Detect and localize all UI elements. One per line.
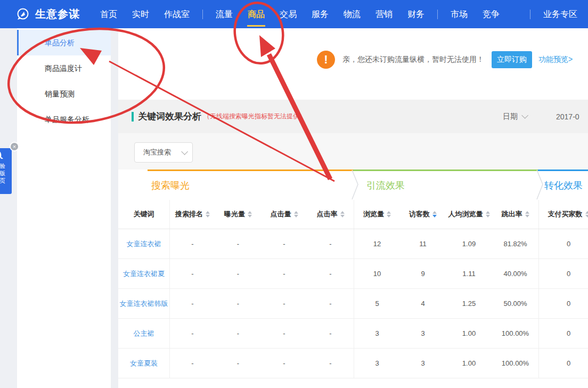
sort-icon[interactable] bbox=[340, 211, 345, 217]
notice-text: 亲，您还未订购流量纵横，暂时无法使用！ bbox=[342, 55, 484, 64]
nav-item-logistics[interactable]: 物流 bbox=[336, 0, 368, 28]
feature-preview-link[interactable]: 功能预览> bbox=[538, 55, 573, 64]
column-header-bounce-rate: 跳出率 bbox=[492, 200, 538, 229]
value-cell: 9 bbox=[400, 259, 446, 288]
value-cell: 5 bbox=[354, 289, 400, 318]
nav-item-goods[interactable]: 商品 bbox=[240, 0, 272, 28]
group-separator-chevron bbox=[536, 169, 544, 200]
value-cell: - bbox=[307, 289, 354, 318]
keyword-link[interactable]: 女童连衣裙韩版 bbox=[118, 289, 169, 318]
nav-item-traffic[interactable]: 流量 bbox=[208, 0, 240, 28]
sidebar: 单品分析 商品温度计 销量预测 单品服务分析 bbox=[17, 28, 111, 388]
brand[interactable]: 生意参谋 bbox=[16, 7, 80, 21]
main-content: ! 亲，您还未订购流量纵横，暂时无法使用！ 立即订购 功能预览> 关键词效果分析… bbox=[118, 28, 588, 388]
value-cell: - bbox=[169, 229, 215, 258]
top-navbar: 生意参谋 首页 实时 作战室 流量 商品 交易 服务 物流 营销 财务 市场 竞… bbox=[0, 0, 588, 28]
table-row: 女童连衣裙----12111.0981.82%0 bbox=[118, 229, 588, 259]
value-cell: 1.25 bbox=[446, 289, 492, 318]
sort-icon[interactable] bbox=[486, 211, 490, 217]
column-header-search-rank: 搜索排名 bbox=[169, 200, 215, 229]
keyword-link[interactable]: 女童夏装 bbox=[118, 349, 169, 378]
value-cell: - bbox=[215, 229, 261, 258]
section-note: （无线端搜索曝光指标暂无法提供） bbox=[203, 112, 306, 121]
sort-icon[interactable] bbox=[387, 211, 391, 217]
value-cell: 100.00% bbox=[492, 349, 538, 378]
sidebar-item-goods-thermometer[interactable]: 商品温度计 bbox=[17, 55, 111, 81]
nav-item-market[interactable]: 市场 bbox=[443, 0, 475, 28]
page: 生意参谋 首页 实时 作战室 流量 商品 交易 服务 物流 营销 财务 市场 竞… bbox=[0, 0, 588, 388]
nav-item-realtime[interactable]: 实时 bbox=[125, 0, 157, 28]
column-header-paying-buyers: 支付买家数 bbox=[538, 200, 588, 229]
sort-icon[interactable] bbox=[585, 211, 588, 217]
value-cell: 81.82% bbox=[492, 229, 538, 258]
value-cell: 3 bbox=[354, 319, 400, 348]
order-now-button[interactable]: 立即订购 bbox=[492, 51, 532, 68]
nav-item-home[interactable]: 首页 bbox=[93, 0, 125, 28]
group-separator-chevron bbox=[351, 169, 360, 200]
value-cell: 11 bbox=[400, 229, 446, 258]
date-value: 2017-0 bbox=[556, 112, 588, 121]
column-header-visitors: 访客数 bbox=[400, 200, 446, 229]
value-cell: 3 bbox=[400, 349, 446, 378]
group-label-traffic-effect: 引流效果 bbox=[366, 179, 405, 192]
column-header-exposure: 曝光量 bbox=[215, 200, 261, 229]
value-cell: 1.00 bbox=[446, 319, 492, 348]
value-cell: 0 bbox=[538, 289, 588, 318]
value-cell: - bbox=[307, 349, 354, 378]
column-header-ctr: 点击率 bbox=[307, 200, 354, 229]
column-header-keyword: 关键词 bbox=[118, 200, 169, 229]
table-row: 女童连衣裙夏----1091.1140.00%0 bbox=[118, 259, 588, 289]
channel-select[interactable]: 淘宝搜索 bbox=[134, 142, 193, 163]
nav-item-finance[interactable]: 财务 bbox=[400, 0, 432, 28]
keyword-link[interactable]: 女童连衣裙 bbox=[118, 229, 169, 258]
keyword-link[interactable]: 公主裙 bbox=[118, 319, 169, 348]
compass-logo-icon bbox=[16, 7, 30, 21]
value-cell: - bbox=[215, 289, 261, 318]
nav-item-competition[interactable]: 竞争 bbox=[475, 0, 507, 28]
column-header-avg-pageviews: 人均浏览量 bbox=[446, 200, 492, 229]
sort-icon[interactable] bbox=[248, 211, 252, 217]
value-cell: - bbox=[169, 289, 215, 318]
sidebar-item-single-item-analysis[interactable]: 单品分析 bbox=[17, 30, 111, 55]
value-cell: 3 bbox=[354, 349, 400, 378]
value-cell: - bbox=[261, 259, 307, 288]
sort-icon[interactable] bbox=[206, 211, 210, 217]
value-cell: - bbox=[307, 259, 354, 288]
section-header: 关键词效果分析 （无线端搜索曝光指标暂无法提供） 日期 2017-0 bbox=[118, 100, 588, 133]
value-cell: 1.11 bbox=[446, 259, 492, 288]
column-header-clicks: 点击量 bbox=[261, 200, 307, 229]
channel-select-value: 淘宝搜索 bbox=[143, 148, 177, 157]
value-cell: - bbox=[215, 259, 261, 288]
nav-item-business-zone[interactable]: 业务专区 bbox=[536, 0, 585, 28]
sort-icon[interactable] bbox=[525, 211, 529, 217]
nav-item-trade[interactable]: 交易 bbox=[272, 0, 304, 28]
nav-item-marketing[interactable]: 营销 bbox=[368, 0, 400, 28]
nav-item-warroom[interactable]: 作战室 bbox=[157, 0, 197, 28]
group-label-search-exposure: 搜索曝光 bbox=[151, 179, 190, 192]
sidebar-gap bbox=[111, 28, 118, 388]
value-cell: 0 bbox=[538, 319, 588, 348]
sort-icon[interactable] bbox=[294, 211, 298, 217]
value-cell: - bbox=[169, 319, 215, 348]
filter-band: 淘宝搜索 bbox=[118, 133, 588, 169]
value-cell: - bbox=[261, 289, 307, 318]
sidebar-item-sales-forecast[interactable]: 销量预测 bbox=[17, 81, 111, 107]
value-cell: 1.09 bbox=[446, 229, 492, 258]
nav-item-service[interactable]: 服务 bbox=[304, 0, 336, 28]
keyword-link[interactable]: 女童连衣裙夏 bbox=[118, 259, 169, 288]
promo-close-icon[interactable]: × bbox=[10, 142, 19, 151]
table-body: 女童连衣裙----12111.0981.82%0女童连衣裙夏----1091.1… bbox=[118, 229, 588, 378]
sidebar-item-single-item-service-analysis[interactable]: 单品服务分析 bbox=[17, 107, 111, 132]
value-cell: 40.00% bbox=[492, 259, 538, 288]
date-filter-label[interactable]: 日期 bbox=[503, 112, 518, 122]
value-cell: - bbox=[261, 349, 307, 378]
chevron-down-icon bbox=[181, 148, 188, 155]
promo-label: 体验 新版 首页 bbox=[0, 162, 6, 184]
value-cell: 50.00% bbox=[492, 289, 538, 318]
new-version-promo-widget[interactable]: 体验 新版 首页 bbox=[0, 148, 12, 194]
column-header-pageviews: 浏览量 bbox=[354, 200, 400, 229]
sort-icon-active-desc[interactable] bbox=[432, 211, 437, 217]
title-accent-bar bbox=[132, 112, 134, 122]
group-label-conversion-effect: 转化效果 bbox=[544, 179, 583, 192]
section-title: 关键词效果分析 bbox=[138, 110, 201, 123]
